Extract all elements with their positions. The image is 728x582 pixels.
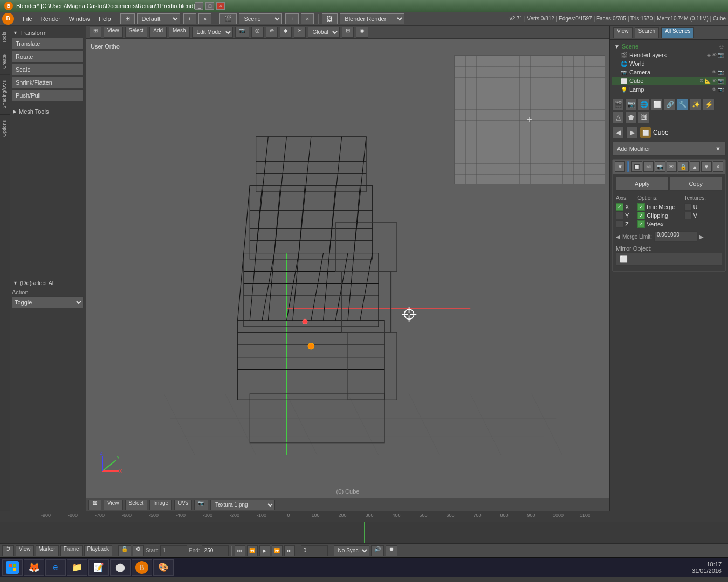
transform-section-header[interactable]: ▼ Transform: [12, 28, 84, 38]
menu-file[interactable]: File: [18, 15, 37, 23]
shrink-flatten-button[interactable]: Shrink/Flatten: [12, 77, 84, 88]
copy-button[interactable]: Copy: [670, 177, 723, 191]
viewport-layers-btn[interactable]: ⊟: [342, 27, 354, 38]
obj-nav-btn2[interactable]: ▶: [626, 127, 638, 138]
axis-z-checkbox[interactable]: [616, 220, 623, 228]
tex-u-checkbox[interactable]: [684, 203, 692, 211]
maximize-button[interactable]: □: [205, 2, 214, 10]
scene-select[interactable]: Scene: [239, 13, 282, 24]
workspace-select[interactable]: Default: [137, 13, 180, 24]
uv-image-select[interactable]: Textura 1.png: [210, 500, 275, 510]
deselect-section-header[interactable]: ▼ (De)select All: [12, 278, 84, 288]
modifier-up-btn[interactable]: ▲: [690, 161, 700, 172]
apply-button[interactable]: Apply: [616, 177, 669, 191]
viewport-render-btn[interactable]: ◎: [251, 27, 264, 38]
scene-tree-root[interactable]: ▼ Scene ◎: [612, 42, 726, 51]
prop-particles-btn[interactable]: ✨: [690, 99, 702, 110]
pivot-select[interactable]: Global: [308, 27, 340, 38]
sync-select[interactable]: No Sync: [334, 545, 369, 556]
remove-workspace-btn[interactable]: ×: [198, 13, 211, 24]
viewport-onion-btn[interactable]: ◉: [356, 27, 368, 38]
timeline-view-menu[interactable]: View: [16, 545, 34, 556]
uv-view-menu[interactable]: View: [104, 500, 123, 510]
edit-mode-select[interactable]: Edit Mode: [192, 27, 233, 38]
prop-scene-btn[interactable]: 🎬: [612, 99, 624, 110]
tree-item-cube[interactable]: ⬜ Cube ⚙ 📐 👁 📷: [612, 77, 726, 85]
vertex-checkbox[interactable]: ✓: [637, 220, 645, 228]
prop-textures-btn[interactable]: 🖼: [638, 112, 650, 123]
prop-physics-btn[interactable]: ⚡: [703, 99, 715, 110]
side-tab-create[interactable]: Create: [0, 48, 10, 74]
mesh-tools-section-header[interactable]: ▶ Mesh Tools: [12, 107, 84, 116]
menu-render[interactable]: Render: [37, 15, 65, 23]
prop-object-btn[interactable]: ⬜: [651, 99, 663, 110]
current-frame-input[interactable]: [301, 545, 328, 556]
jump-start-btn[interactable]: ⏮: [235, 545, 245, 556]
record-btn[interactable]: ⏺: [386, 545, 397, 556]
view-menu[interactable]: View: [104, 27, 123, 38]
timeline-icon-btn[interactable]: ⏱: [2, 545, 14, 556]
translate-button[interactable]: Translate: [12, 38, 84, 50]
clipping-checkbox[interactable]: ✓: [637, 212, 645, 219]
rotate-button[interactable]: Rotate: [12, 51, 84, 63]
play-btn[interactable]: ▶: [259, 545, 270, 556]
minimize-button[interactable]: _: [195, 2, 203, 10]
modifier-collapse-btn[interactable]: ▼: [615, 161, 625, 172]
timeline-content[interactable]: [0, 522, 728, 543]
remove-scene-btn[interactable]: ×: [301, 13, 314, 24]
step-back-btn[interactable]: ⏪: [247, 545, 258, 556]
renderer-select[interactable]: Blender Render: [340, 13, 404, 24]
axis-x-checkbox[interactable]: ✓: [616, 203, 623, 211]
add-menu[interactable]: Add: [149, 27, 167, 38]
uv-uvs-menu[interactable]: UVs: [174, 500, 192, 510]
uv-cam-btn[interactable]: 📷: [194, 500, 208, 510]
taskbar-firefox[interactable]: 🦊: [24, 559, 44, 576]
uv-image-menu[interactable]: Image: [149, 500, 172, 510]
view-button[interactable]: View: [613, 27, 633, 38]
menu-window[interactable]: Window: [65, 15, 94, 23]
prop-constraints-btn[interactable]: 🔗: [664, 99, 676, 110]
audio-btn[interactable]: 🔊: [371, 545, 384, 556]
prop-render-btn[interactable]: 📷: [625, 99, 637, 110]
viewport-shading-btn[interactable]: ◆: [280, 27, 292, 38]
timeline-marker-menu[interactable]: Marker: [36, 545, 59, 556]
viewport-header-icon[interactable]: ⊞: [90, 27, 101, 38]
taskbar-explorer[interactable]: 📁: [67, 559, 87, 576]
time-settings-btn[interactable]: ⚙: [133, 545, 144, 556]
taskbar-ie[interactable]: e: [45, 559, 66, 576]
axis-y-checkbox[interactable]: [616, 212, 623, 219]
uv-select-menu[interactable]: Select: [125, 500, 148, 510]
add-scene-btn[interactable]: +: [285, 13, 298, 24]
3d-viewport[interactable]: User Ortho: [86, 39, 609, 498]
prop-data-btn[interactable]: △: [612, 112, 624, 123]
all-scenes-button[interactable]: All Scenes: [661, 27, 694, 38]
prop-materials-btn[interactable]: ⬟: [625, 112, 637, 123]
tex-v-checkbox[interactable]: [684, 212, 692, 219]
tree-item-camera[interactable]: 📷 Camera 👁 📷: [612, 68, 726, 77]
viewport-snap-btn[interactable]: ⊕: [266, 27, 278, 38]
tree-item-renderlayers[interactable]: 🎬 RenderLayers ◈ 👁 📷: [612, 51, 726, 59]
modifier-edit-btn[interactable]: Mi: [643, 161, 654, 172]
renderer-icon-btn[interactable]: 🖼: [322, 13, 338, 24]
modifier-down-btn[interactable]: ▼: [701, 161, 711, 172]
action-select[interactable]: Toggle: [12, 296, 84, 308]
menu-help[interactable]: Help: [94, 15, 115, 23]
viewport-icon-btn[interactable]: ⊞: [120, 13, 135, 24]
timeline-playback-menu[interactable]: Playback: [84, 545, 113, 556]
add-modifier-button[interactable]: Add Modifier ▼: [612, 142, 726, 156]
push-pull-button[interactable]: Push/Pull: [12, 89, 84, 101]
merge-checkbox[interactable]: ✓: [637, 203, 645, 211]
side-tab-relations[interactable]: Shading/UVs: [0, 74, 10, 114]
mesh-menu[interactable]: Mesh: [169, 27, 189, 38]
viewport-camera-btn[interactable]: 📷: [235, 27, 249, 38]
viewport-knife-btn[interactable]: ✂: [294, 27, 306, 38]
prop-modifiers-btn[interactable]: 🔧: [677, 99, 689, 110]
modifier-view-btn[interactable]: 👁: [667, 161, 677, 172]
add-workspace-btn[interactable]: +: [183, 13, 196, 24]
taskbar-blender[interactable]: B: [132, 559, 152, 576]
jump-end-btn[interactable]: ⏭: [284, 545, 295, 556]
select-menu[interactable]: Select: [125, 27, 148, 38]
end-frame-input[interactable]: [202, 545, 229, 556]
side-tab-options[interactable]: Options: [0, 114, 10, 142]
timeline-frame-menu[interactable]: Frame: [60, 545, 83, 556]
